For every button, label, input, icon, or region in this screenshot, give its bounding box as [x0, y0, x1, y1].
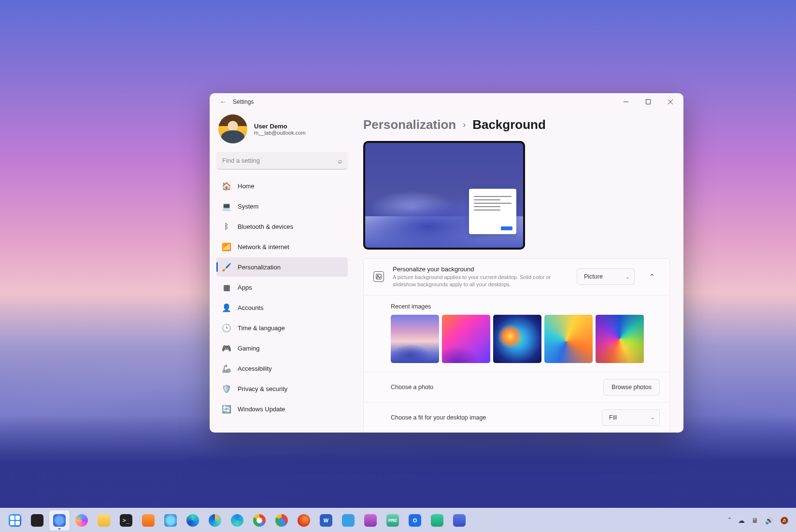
taskbar-terminal-icon[interactable]: >_: [116, 510, 136, 531]
tray-overflow-chevron-icon[interactable]: ˄: [728, 517, 731, 524]
personalize-title: Personalize your background: [393, 266, 568, 273]
breadcrumb-parent[interactable]: Personalization: [363, 117, 456, 132]
nav-icon: 🛡️: [222, 384, 231, 393]
taskbar-edge-beta-icon[interactable]: [205, 510, 225, 531]
onedrive-icon[interactable]: ☁: [738, 517, 745, 524]
taskbar-edge-dev-icon[interactable]: [227, 510, 247, 531]
window-title: Settings: [233, 98, 254, 105]
taskbar-home-app-icon[interactable]: [360, 510, 381, 531]
nav-icon: 🕒: [222, 323, 231, 332]
nav-icon: 📶: [222, 242, 231, 251]
desktop-preview: [363, 141, 525, 250]
taskbar-copilot-icon[interactable]: [71, 510, 92, 531]
sidebar-item-system[interactable]: 💻System: [216, 196, 348, 216]
sidebar-item-label: System: [238, 203, 258, 210]
personalize-desc: A picture background applies to your cur…: [393, 274, 568, 288]
taskbar-preview-icon[interactable]: PRE: [383, 510, 403, 531]
sidebar-item-label: Windows Update: [238, 406, 285, 413]
sidebar-item-home[interactable]: 🏠Home: [216, 176, 348, 196]
recent-image-2[interactable]: [442, 315, 490, 363]
minimize-button[interactable]: [615, 93, 637, 111]
nav-icon: 💻: [222, 202, 231, 210]
sidebar-item-label: Personalization: [238, 264, 281, 271]
breadcrumb: Personalization › Background: [363, 117, 670, 132]
close-button[interactable]: [659, 93, 682, 111]
taskbar-file-explorer-icon[interactable]: [94, 510, 114, 531]
taskbar-maps-icon[interactable]: [160, 510, 181, 531]
chevron-right-icon: ›: [463, 120, 466, 130]
sidebar-item-network-internet[interactable]: 📶Network & internet: [216, 237, 348, 256]
sidebar-item-label: Apps: [238, 284, 252, 291]
back-button[interactable]: ←: [216, 98, 230, 106]
taskbar-task-view-icon[interactable]: [27, 510, 47, 531]
sidebar-item-accounts[interactable]: 👤Accounts: [216, 298, 348, 317]
taskbar-settings-icon[interactable]: [49, 510, 70, 531]
search-icon: ⌕: [338, 157, 342, 165]
nav-icon: ▦: [222, 283, 231, 292]
sidebar-item-gaming[interactable]: 🎮Gaming: [216, 338, 348, 358]
choose-fit-label: Choose a fit for your desktop image: [391, 414, 486, 421]
taskbar-word-icon[interactable]: W: [316, 510, 336, 531]
taskbar-edge-icon[interactable]: [183, 510, 203, 531]
recent-image-3[interactable]: [493, 315, 541, 363]
nav-icon: 🖌️: [222, 263, 231, 271]
sidebar-item-label: Accounts: [238, 304, 263, 311]
taskbar-firefox-icon[interactable]: [294, 510, 314, 531]
volume-icon[interactable]: 🔊: [765, 517, 773, 524]
maximize-button[interactable]: [637, 93, 659, 111]
preview-window-card: [469, 189, 516, 234]
sidebar-item-time-language[interactable]: 🕒Time & language: [216, 318, 348, 337]
recent-images-row: [391, 315, 660, 363]
search-box: ⌕: [216, 152, 348, 169]
picture-icon: [373, 271, 384, 282]
profile-name: User Demo: [254, 123, 306, 130]
sidebar-item-privacy-security[interactable]: 🛡️Privacy & security: [216, 379, 348, 398]
sidebar-item-apps[interactable]: ▦Apps: [216, 278, 348, 297]
collapse-toggle[interactable]: ⌃: [643, 268, 660, 285]
sidebar-item-label: Home: [238, 182, 255, 190]
sidebar-item-bluetooth-devices[interactable]: ᛒBluetooth & devices: [216, 217, 348, 236]
sidebar: User Demo m__lab@outlook.com ⌕ 🏠Home💻Sys…: [210, 111, 355, 433]
chevron-down-icon: ⌄: [651, 415, 654, 420]
chevron-down-icon: ⌄: [625, 274, 629, 280]
search-input[interactable]: [216, 152, 348, 169]
taskbar-visual-studio-icon[interactable]: [449, 510, 469, 531]
nav-icon: 🦾: [222, 364, 231, 373]
sidebar-item-accessibility[interactable]: 🦾Accessibility: [216, 359, 348, 378]
recent-images-label: Recent images: [391, 303, 660, 310]
sidebar-item-windows-update[interactable]: 🔄Windows Update: [216, 399, 348, 419]
taskbar-outlook-icon[interactable]: O: [405, 510, 425, 531]
settings-window: ← Settings User Demo m__lab@outlook.com: [210, 93, 683, 433]
profile-email: m__lab@outlook.com: [254, 130, 306, 136]
fit-dropdown[interactable]: Fill ⌄: [602, 409, 660, 426]
recent-image-4[interactable]: [544, 315, 593, 363]
desktop-wallpaper: ← Settings User Demo m__lab@outlook.com: [0, 0, 796, 532]
taskbar-chrome-icon[interactable]: [249, 510, 270, 531]
titlebar[interactable]: ← Settings: [210, 93, 683, 111]
sidebar-item-label: Accessibility: [238, 365, 272, 372]
taskbar-chrome-canary-icon[interactable]: [271, 510, 292, 531]
taskbar-start-icon[interactable]: [5, 510, 25, 531]
display-tray-icon[interactable]: 🖥: [752, 517, 758, 524]
background-type-dropdown[interactable]: Picture ⌄: [577, 268, 635, 285]
sidebar-item-label: Privacy & security: [238, 385, 287, 392]
breadcrumb-current: Background: [472, 117, 546, 132]
taskbar-snipping-tool-icon[interactable]: [138, 510, 158, 531]
taskbar-windows-app-icon[interactable]: [427, 510, 447, 531]
taskbar: >_WPREO ˄ ☁ 🖥 🔊 🔕: [0, 508, 796, 532]
nav-icon: 👤: [222, 303, 231, 312]
taskbar-process-monitor-icon[interactable]: [338, 510, 358, 531]
recent-image-5[interactable]: [596, 315, 644, 363]
notifications-icon[interactable]: 🔕: [780, 517, 788, 524]
sidebar-item-personalization[interactable]: 🖌️Personalization: [216, 257, 348, 277]
sidebar-item-label: Gaming: [238, 345, 260, 352]
nav-icon: 🏠: [222, 182, 231, 190]
profile-block[interactable]: User Demo m__lab@outlook.com: [216, 111, 348, 152]
browse-photos-button[interactable]: Browse photos: [603, 379, 660, 395]
nav-icon: ᛒ: [222, 222, 231, 231]
personalize-card: Personalize your background A picture ba…: [363, 258, 670, 433]
main-content: Personalization › Background: [355, 111, 683, 433]
nav-icon: 🔄: [222, 405, 231, 413]
nav-icon: 🎮: [222, 344, 231, 352]
recent-image-1[interactable]: [391, 315, 439, 363]
